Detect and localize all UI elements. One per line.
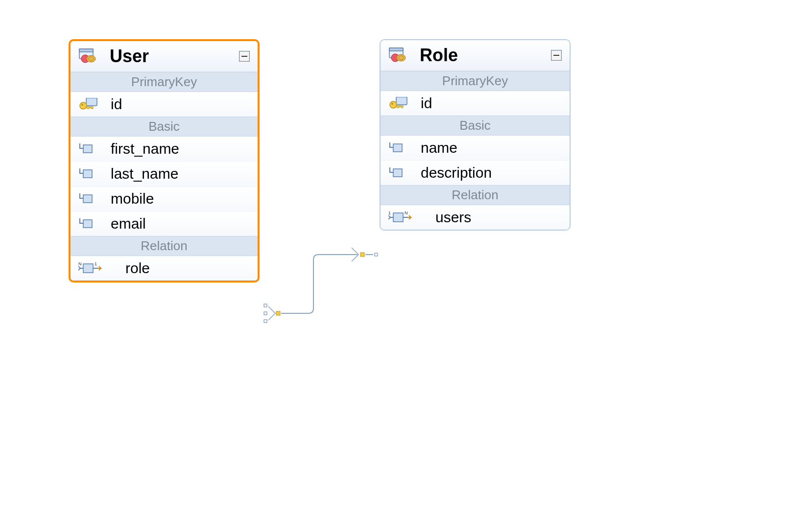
field-user-email[interactable]: email <box>71 211 258 236</box>
attribute-icon <box>78 142 103 155</box>
section-primarykey-header: PrimaryKey <box>381 71 570 91</box>
relation-icon <box>78 261 118 275</box>
primary-key-icon <box>388 97 413 110</box>
entity-role[interactable]: Role PrimaryKey id Basic name descriptio… <box>380 39 571 231</box>
field-label: last_name <box>111 165 178 182</box>
attribute-icon <box>388 166 413 179</box>
field-user-mobile[interactable]: mobile <box>71 186 258 211</box>
section-primarykey-header: PrimaryKey <box>71 72 258 92</box>
entity-role-header[interactable]: Role <box>381 40 570 71</box>
section-relation-header: Relation <box>71 236 258 256</box>
relation-icon <box>388 211 428 224</box>
primary-key-icon <box>78 98 103 111</box>
field-role-name[interactable]: name <box>381 136 570 160</box>
entity-role-title: Role <box>420 45 551 66</box>
collapse-icon[interactable] <box>551 50 562 61</box>
section-basic-header: Basic <box>71 117 258 137</box>
entity-user-title: User <box>110 46 239 67</box>
field-label: id <box>111 96 122 113</box>
field-user-last-name[interactable]: last_name <box>71 161 258 186</box>
entity-icon <box>78 48 103 65</box>
field-user-role[interactable]: role <box>71 256 258 281</box>
attribute-icon <box>78 217 103 230</box>
field-label: id <box>421 95 432 112</box>
entity-icon <box>388 47 413 64</box>
field-user-id[interactable]: id <box>71 92 258 117</box>
entity-user[interactable]: User PrimaryKey id Basic first_name last… <box>69 39 260 282</box>
field-role-users[interactable]: users <box>381 205 570 230</box>
field-label: email <box>111 215 146 232</box>
field-label: name <box>421 140 457 156</box>
field-label: users <box>435 209 471 226</box>
field-label: role <box>125 260 150 277</box>
attribute-icon <box>78 192 103 205</box>
attribute-icon <box>78 167 103 180</box>
field-label: description <box>421 164 492 181</box>
section-relation-header: Relation <box>381 185 570 205</box>
attribute-icon <box>388 141 413 154</box>
entity-user-header[interactable]: User <box>71 41 258 72</box>
field-label: mobile <box>111 190 154 207</box>
field-user-first-name[interactable]: first_name <box>71 137 258 161</box>
collapse-icon[interactable] <box>239 51 250 62</box>
section-basic-header: Basic <box>381 116 570 136</box>
field-label: first_name <box>111 140 179 157</box>
field-role-id[interactable]: id <box>381 91 570 116</box>
field-role-description[interactable]: description <box>381 160 570 185</box>
